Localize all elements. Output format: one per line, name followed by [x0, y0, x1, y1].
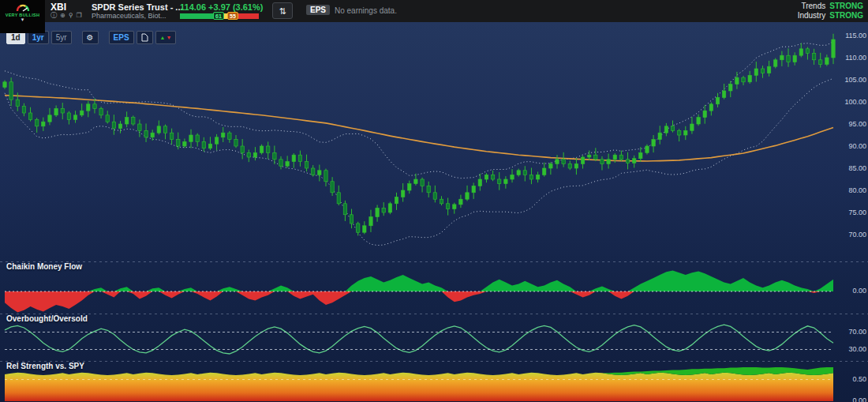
price-axis-label: 90.00: [836, 142, 866, 150]
price-axis-label: 100.00: [836, 98, 866, 106]
price-axis-label: 95.00: [836, 120, 866, 128]
chevron-down-icon: ▾: [21, 17, 24, 22]
gear-icon: ⚙: [87, 33, 94, 42]
price-axis-label: 80.00: [836, 186, 866, 194]
price-axis-label: 115.00: [836, 32, 866, 39]
ticker-symbol: XBI: [51, 2, 82, 13]
cmf-zero-label: 0.00: [836, 287, 866, 295]
chart-canvas[interactable]: [0, 22, 868, 402]
down-triangle-icon: ▼: [166, 35, 172, 40]
trends-label: Trends: [801, 2, 825, 11]
trends-value: STRONG: [829, 2, 863, 11]
eps-badge[interactable]: EPS: [306, 5, 330, 15]
eps-overlay-button[interactable]: EPS: [109, 31, 134, 44]
price-change: +3.97: [208, 2, 230, 12]
price-axis-label: 85.00: [836, 164, 866, 172]
chaikin-analytics-app: XBI ⓘ ⊕ ⚲ ❐ SPDR Series Trust - ... Phar…: [0, 0, 868, 402]
power-bar-bull-value: 61: [213, 12, 224, 20]
overbought-label: 70.00: [836, 328, 866, 336]
price-change-pct: (3.61%): [233, 2, 264, 12]
price-block: 114.06+3.97(3.61%) 61 55: [180, 2, 275, 19]
add-icon[interactable]: ⊕: [60, 13, 65, 19]
power-gauge-logo[interactable]: VERY BULLISH ▾: [0, 0, 45, 33]
security-industry: Pharmaceuticals, Biot...: [92, 12, 183, 21]
price-axis-label: 70.00: [836, 231, 866, 239]
gauge-icon: [15, 2, 31, 12]
industry-value: STRONG: [829, 11, 863, 21]
info-icon[interactable]: ⓘ: [51, 13, 57, 19]
up-triangle-icon: ▲: [160, 35, 166, 40]
industry-label: Industry: [798, 11, 826, 21]
price-axis-label: 75.00: [836, 209, 866, 216]
security-title-block: SPDR Series Trust - ... Pharmaceuticals,…: [92, 2, 183, 21]
trends-block: Trends STRONG Industry STRONG: [798, 2, 863, 21]
signals-button[interactable]: ▲ ▼: [155, 31, 177, 44]
rs-zero-label: 0.00: [836, 396, 866, 402]
search-icon[interactable]: ⚲: [69, 13, 73, 19]
security-title: SPDR Series Trust - ...: [92, 2, 183, 12]
events-button[interactable]: [137, 31, 153, 44]
document-icon: [141, 33, 148, 42]
ticker-tools: ⓘ ⊕ ⚲ ❐: [51, 13, 82, 19]
range-5yr-button[interactable]: 5yr: [51, 31, 72, 44]
price-axis-label: 105.00: [836, 76, 866, 84]
eps-status-text: No earnings data.: [335, 6, 397, 15]
last-price: 114.06: [180, 2, 206, 12]
price-axis-label: 110.00: [836, 54, 866, 62]
rs-panel-title: Rel Strength vs. SPY: [6, 362, 84, 370]
oversold-label: 30.00: [836, 345, 866, 353]
power-bar[interactable]: 61 55: [180, 13, 259, 19]
top-bar: XBI ⓘ ⊕ ⚲ ❐ SPDR Series Trust - ... Phar…: [0, 0, 868, 22]
power-bar-neutral-value: 55: [227, 12, 238, 20]
settings-button[interactable]: ⚙: [82, 31, 99, 44]
compare-button[interactable]: ⇅: [272, 2, 293, 19]
chart-area: 1d 1yr 5yr ⚙ EPS ▲ ▼ Chaikin Money Flow …: [0, 22, 868, 402]
power-bar-bearish-segment: [235, 13, 259, 19]
copy-icon[interactable]: ❐: [77, 13, 82, 19]
rs-mid-label: 0.50: [836, 375, 866, 383]
price-line: 114.06+3.97(3.61%): [180, 2, 275, 12]
obos-panel-title: Overbought/Oversold: [6, 314, 88, 323]
cmf-panel-title: Chaikin Money Flow: [6, 262, 82, 271]
ticker-block: XBI ⓘ ⊕ ⚲ ❐: [51, 2, 82, 19]
